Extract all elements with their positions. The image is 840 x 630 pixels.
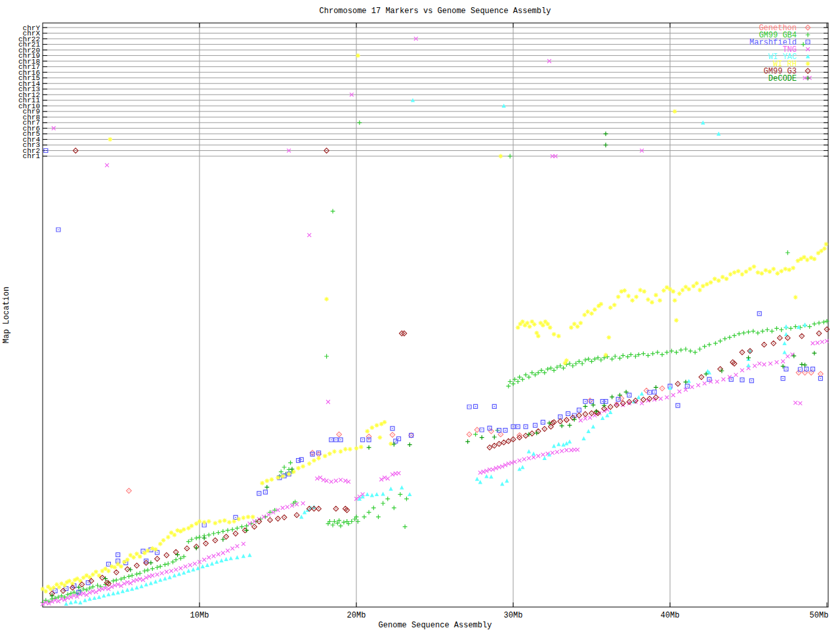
marker: [520, 320, 525, 324]
marker: [740, 272, 745, 277]
marker: [591, 425, 595, 429]
marker: [178, 566, 182, 570]
marker: [679, 348, 683, 352]
marker: [775, 360, 779, 364]
marker: [721, 377, 725, 381]
marker: [574, 362, 578, 366]
marker: [763, 268, 768, 272]
marker: [812, 351, 817, 356]
marker: [803, 323, 807, 327]
marker: [186, 569, 190, 573]
marker: [806, 40, 810, 44]
marker: [807, 324, 812, 329]
marker: [684, 380, 688, 385]
marker: [518, 459, 522, 463]
marker: [334, 479, 338, 483]
marker: [694, 281, 699, 285]
marker: [156, 573, 159, 577]
marker: [247, 553, 251, 557]
marker: [577, 359, 581, 364]
marker: [612, 303, 617, 307]
marker: [478, 471, 482, 474]
marker: [786, 335, 791, 341]
marker: [135, 572, 139, 576]
marker: [534, 423, 537, 427]
marker: [568, 423, 572, 428]
marker: [654, 293, 658, 297]
marker: [307, 461, 312, 466]
marker: [569, 326, 574, 330]
marker: [106, 569, 111, 574]
marker: [577, 413, 582, 418]
marker: [508, 379, 513, 384]
marker: [781, 360, 785, 364]
marker: [194, 522, 199, 526]
series-gm99-g3: [50, 148, 830, 597]
marker: [646, 353, 650, 358]
marker: [131, 555, 136, 560]
marker: [771, 266, 776, 271]
marker: [69, 600, 73, 604]
marker: [753, 364, 757, 368]
marker: [500, 482, 504, 486]
marker: [213, 521, 218, 526]
marker: [155, 556, 160, 562]
marker: [673, 298, 677, 303]
marker: [816, 331, 822, 336]
marker: [822, 246, 827, 251]
marker: [175, 528, 180, 533]
marker: [138, 555, 142, 559]
marker: [822, 320, 826, 324]
marker: [113, 565, 117, 570]
marker: [150, 546, 155, 551]
marker: [288, 461, 293, 465]
marker: [100, 576, 105, 581]
marker: [740, 378, 744, 382]
marker: [188, 563, 192, 567]
marker: [492, 404, 496, 408]
marker: [295, 503, 299, 507]
row-label-chr1: chr1: [23, 152, 41, 160]
chart-title: Chromosome 17 Markers vs Genome Sequence…: [320, 7, 551, 16]
y-axis-label: Map Location: [2, 287, 11, 343]
marker: [324, 354, 329, 359]
marker: [744, 270, 749, 274]
marker: [558, 415, 562, 419]
marker: [564, 417, 570, 423]
marker: [709, 280, 713, 285]
marker: [556, 442, 560, 446]
marker: [589, 311, 594, 316]
marker: [583, 400, 587, 404]
marker: [334, 438, 338, 442]
marker: [56, 599, 60, 603]
marker: [93, 596, 96, 600]
marker: [751, 329, 755, 333]
series-genethon: [127, 370, 824, 494]
marker: [294, 513, 299, 518]
marker: [287, 472, 291, 476]
marker: [221, 551, 225, 555]
marker: [779, 327, 784, 332]
marker: [732, 270, 737, 275]
marker: [268, 518, 273, 523]
marker: [566, 411, 570, 415]
marker: [786, 354, 789, 358]
grid-lines: [43, 23, 828, 607]
marker: [662, 288, 666, 293]
marker: [111, 591, 115, 595]
marker: [677, 291, 682, 296]
marker: [467, 432, 472, 437]
marker: [125, 567, 130, 572]
marker: [122, 560, 127, 564]
marker: [375, 492, 379, 496]
marker: [610, 395, 614, 400]
marker: [637, 395, 640, 399]
marker: [482, 470, 486, 474]
marker: [618, 393, 622, 398]
marker: [652, 390, 656, 394]
marker: [508, 154, 513, 159]
marker: [235, 526, 240, 530]
marker: [818, 377, 822, 381]
marker: [587, 429, 591, 433]
marker: [116, 553, 120, 556]
